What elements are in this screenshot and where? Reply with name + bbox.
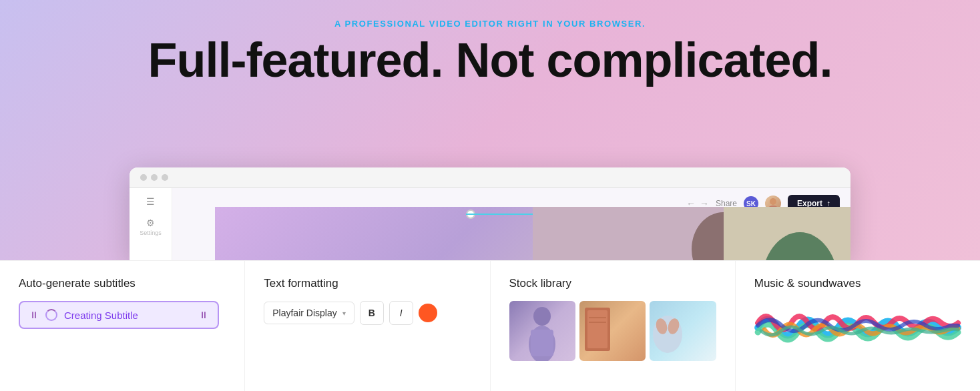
browser-dot-3 bbox=[162, 174, 168, 181]
bold-button[interactable]: B bbox=[360, 301, 384, 325]
browser-chrome bbox=[130, 167, 850, 188]
settings-icon[interactable]: ⚙ bbox=[146, 218, 155, 228]
music-title: Music & soundwaves bbox=[754, 277, 961, 290]
browser-dot-2 bbox=[151, 174, 158, 181]
svg-rect-10 bbox=[531, 330, 553, 356]
waveform-preview bbox=[754, 301, 961, 354]
menu-icon[interactable]: ☰ bbox=[146, 196, 155, 207]
feature-music: Music & soundwaves bbox=[736, 261, 980, 391]
browser-mockup: ☰ ⚙ Settings ← → Share SK bbox=[130, 167, 850, 260]
chevron-down-icon: ▾ bbox=[342, 310, 346, 317]
subtitles-title: Auto-generate subtitles bbox=[19, 277, 226, 290]
italic-button[interactable]: I bbox=[389, 301, 413, 325]
loading-spinner bbox=[45, 309, 57, 321]
editor-sidebar: ☰ ⚙ Settings bbox=[130, 188, 172, 260]
font-select-dropdown[interactable]: Playfair Display ▾ bbox=[264, 302, 354, 324]
svg-point-0 bbox=[770, 198, 776, 205]
waveform-svg bbox=[754, 304, 961, 351]
stock-library-title: Stock library bbox=[509, 277, 716, 290]
creating-subtitle-text: Creating Subtitle bbox=[64, 310, 192, 321]
color-picker-dot[interactable] bbox=[419, 304, 437, 322]
stock-image-3[interactable] bbox=[650, 301, 716, 361]
video-plant bbox=[724, 207, 850, 260]
stock-image-1[interactable] bbox=[509, 301, 575, 361]
browser-dot-1 bbox=[140, 174, 147, 181]
browser-content: ☰ ⚙ Settings ← → Share SK bbox=[130, 188, 850, 260]
text-format-preview: Playfair Display ▾ B I bbox=[264, 301, 471, 325]
settings-icon-wrap: ⚙ Settings bbox=[140, 218, 162, 236]
video-preview bbox=[215, 207, 850, 260]
feature-text-formatting: Text formatting Playfair Display ▾ B I bbox=[245, 261, 490, 391]
settings-label: Settings bbox=[140, 230, 162, 236]
text-formatting-title: Text formatting bbox=[264, 277, 471, 290]
font-name-label: Playfair Display bbox=[272, 308, 336, 318]
stock-person-svg bbox=[524, 304, 561, 361]
feature-subtitles: Auto-generate subtitles ⏸ Creating Subti… bbox=[0, 261, 245, 391]
hero-section: A PROFESSIONAL VIDEO EDITOR RIGHT IN YOU… bbox=[0, 0, 980, 260]
stock-preview bbox=[509, 301, 716, 361]
subtitle-pill: ⏸ Creating Subtitle ⏸ bbox=[19, 301, 219, 329]
pause-icon-right: ⏸ bbox=[199, 310, 208, 320]
features-section: Auto-generate subtitles ⏸ Creating Subti… bbox=[0, 260, 980, 391]
pause-icon-left: ⏸ bbox=[29, 310, 39, 320]
hero-tagline: A PROFESSIONAL VIDEO EDITOR RIGHT IN YOU… bbox=[334, 19, 646, 29]
stock-image-2[interactable] bbox=[579, 301, 646, 361]
stock-book-svg bbox=[579, 301, 616, 358]
stock-hands-svg bbox=[650, 301, 686, 358]
hero-headline: Full-featured. Not complicated. bbox=[148, 35, 832, 86]
svg-rect-12 bbox=[587, 310, 607, 348]
feature-stock-library: Stock library bbox=[491, 261, 736, 391]
editor-main: ← → Share SK Export ↑ bbox=[172, 188, 850, 260]
svg-point-8 bbox=[533, 307, 551, 326]
